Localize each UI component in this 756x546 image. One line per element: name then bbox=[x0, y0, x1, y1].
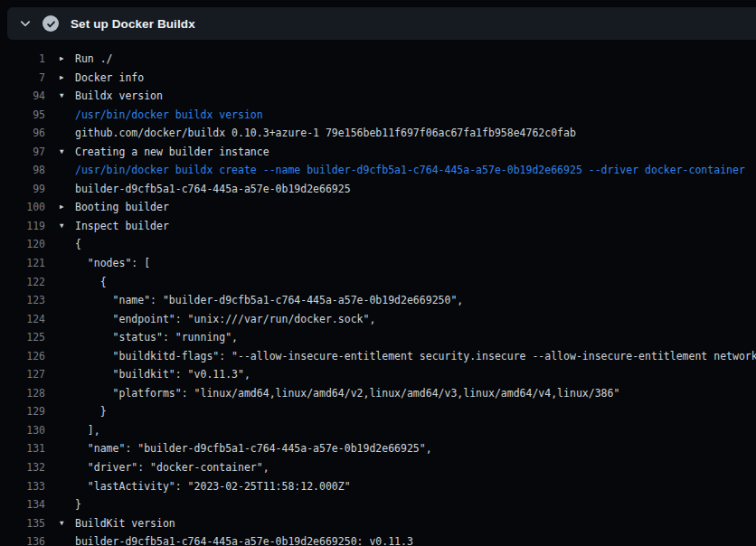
log-line-text: ], bbox=[75, 421, 756, 440]
collapse-step-button[interactable] bbox=[14, 13, 36, 34]
group-toggle-icon bbox=[60, 235, 75, 254]
log-line-number[interactable]: 99 bbox=[0, 180, 45, 199]
group-toggle-icon bbox=[60, 532, 75, 546]
log-line-text: builder-d9cfb5a1-c764-445a-a57e-0b19d2e6… bbox=[75, 532, 756, 546]
group-toggle-icon bbox=[60, 273, 75, 292]
step-header[interactable]: Set up Docker Buildx bbox=[7, 7, 756, 40]
group-toggle-icon bbox=[60, 384, 75, 403]
log-line-number[interactable]: 7 bbox=[0, 69, 45, 88]
log-line[interactable]: 135 ▼ BuildKit version bbox=[0, 514, 756, 533]
log-line-number[interactable]: 133 bbox=[0, 477, 45, 496]
log-line-number[interactable]: 121 bbox=[0, 254, 45, 273]
log-line-number[interactable]: 96 bbox=[0, 124, 45, 143]
log-line[interactable]: 7 ▶ Docker info bbox=[0, 69, 756, 88]
log-line: 130 ], bbox=[0, 421, 756, 440]
log-line-number[interactable]: 119 bbox=[0, 217, 45, 236]
log-line-text: "lastActivity": "2023-02-25T11:58:12.000… bbox=[75, 477, 756, 496]
log-line-number[interactable]: 125 bbox=[0, 328, 45, 347]
group-collapsed-icon[interactable]: ▶ bbox=[60, 69, 75, 88]
group-toggle-icon bbox=[60, 310, 75, 329]
group-expanded-icon[interactable]: ▼ bbox=[60, 87, 75, 106]
log-line-number[interactable]: 122 bbox=[0, 273, 45, 292]
log-line: 99 builder-d9cfb5a1-c764-445a-a57e-0b19d… bbox=[0, 180, 756, 199]
group-toggle-icon bbox=[60, 328, 75, 347]
log-line-number[interactable]: 124 bbox=[0, 310, 45, 329]
log-line-number[interactable]: 94 bbox=[0, 87, 45, 106]
log-line-number[interactable]: 128 bbox=[0, 384, 45, 403]
log-line: 125 "status": "running", bbox=[0, 328, 756, 347]
log-line-text: builder-d9cfb5a1-c764-445a-a57e-0b19d2e6… bbox=[75, 180, 756, 199]
log-line-text[interactable]: BuildKit version bbox=[75, 514, 756, 533]
log-line-number[interactable]: 134 bbox=[0, 495, 45, 514]
log-line-number[interactable]: 97 bbox=[0, 143, 45, 162]
log-line: 96 github.com/docker/buildx 0.10.3+azure… bbox=[0, 124, 756, 143]
group-expanded-icon[interactable]: ▼ bbox=[60, 217, 75, 236]
log-line-text[interactable]: Docker info bbox=[75, 69, 756, 88]
log-line-number[interactable]: 135 bbox=[0, 514, 45, 533]
log-line[interactable]: 1 ▶ Run ./ bbox=[0, 50, 756, 69]
log-line-number[interactable]: 98 bbox=[0, 161, 45, 180]
group-toggle-icon bbox=[60, 254, 75, 273]
log-line-text: "buildkitd-flags": "--allow-insecure-ent… bbox=[75, 347, 756, 366]
group-collapsed-icon[interactable]: ▶ bbox=[60, 50, 75, 69]
log-line: 132 "driver": "docker-container", bbox=[0, 458, 756, 477]
log-line: 126 "buildkitd-flags": "--allow-insecure… bbox=[0, 347, 756, 366]
log-line-text: "driver": "docker-container", bbox=[75, 458, 756, 477]
log-line-number[interactable]: 95 bbox=[0, 106, 45, 125]
log-line-text: /usr/bin/docker buildx create --name bui… bbox=[75, 161, 756, 180]
group-toggle-icon bbox=[60, 291, 75, 310]
log-line[interactable]: 94 ▼ Buildx version bbox=[0, 87, 756, 106]
log-line-text: /usr/bin/docker buildx version bbox=[75, 106, 756, 125]
group-collapsed-icon[interactable]: ▶ bbox=[60, 198, 75, 217]
log-line: 95 /usr/bin/docker buildx version bbox=[0, 106, 756, 125]
log-line: 98 /usr/bin/docker buildx create --name … bbox=[0, 161, 756, 180]
group-toggle-icon bbox=[60, 106, 75, 125]
log-line-text: "name": "builder-d9cfb5a1-c764-445a-a57e… bbox=[75, 439, 756, 458]
log-line-number[interactable]: 132 bbox=[0, 458, 45, 477]
group-toggle-icon bbox=[60, 477, 75, 496]
group-toggle-icon bbox=[60, 365, 75, 384]
step-title: Set up Docker Buildx bbox=[71, 17, 195, 31]
group-toggle-icon bbox=[60, 124, 75, 143]
log-line-text: github.com/docker/buildx 0.10.3+azure-1 … bbox=[75, 124, 756, 143]
group-toggle-icon bbox=[60, 458, 75, 477]
log-line-text[interactable]: Inspect builder bbox=[75, 217, 756, 236]
log-line: 121 "nodes": [ bbox=[0, 254, 756, 273]
log-line[interactable]: 119 ▼ Inspect builder bbox=[0, 217, 756, 236]
log-line[interactable]: 97 ▼ Creating a new builder instance bbox=[0, 143, 756, 162]
log-line: 124 "endpoint": "unix:///var/run/docker.… bbox=[0, 310, 756, 329]
log-line-number[interactable]: 129 bbox=[0, 402, 45, 421]
log-line-text[interactable]: Booting builder bbox=[75, 198, 756, 217]
log-line-text: { bbox=[75, 235, 756, 254]
log-line-text: "buildkit": "v0.11.3", bbox=[75, 365, 756, 384]
group-toggle-icon bbox=[60, 439, 75, 458]
group-expanded-icon[interactable]: ▼ bbox=[60, 143, 75, 162]
log-line-number[interactable]: 1 bbox=[0, 50, 45, 69]
log-line: 129 } bbox=[0, 402, 756, 421]
log-line-text: "endpoint": "unix:///var/run/docker.sock… bbox=[75, 310, 756, 329]
log-line: 131 "name": "builder-d9cfb5a1-c764-445a-… bbox=[0, 439, 756, 458]
log-line-number[interactable]: 120 bbox=[0, 235, 45, 254]
log-line-number[interactable]: 136 bbox=[0, 532, 45, 546]
log-line-number[interactable]: 127 bbox=[0, 365, 45, 384]
log-line-number[interactable]: 126 bbox=[0, 347, 45, 366]
group-toggle-icon bbox=[60, 180, 75, 199]
log-line-number[interactable]: 131 bbox=[0, 439, 45, 458]
group-toggle-icon bbox=[60, 421, 75, 440]
log-line: 127 "buildkit": "v0.11.3", bbox=[0, 365, 756, 384]
log-line-number[interactable]: 100 bbox=[0, 198, 45, 217]
log-line-text[interactable]: Buildx version bbox=[75, 87, 756, 106]
log-line-text[interactable]: Creating a new builder instance bbox=[75, 143, 756, 162]
group-toggle-icon bbox=[60, 347, 75, 366]
log-line-number[interactable]: 130 bbox=[0, 421, 45, 440]
log-line[interactable]: 100 ▶ Booting builder bbox=[0, 198, 756, 217]
log-line-text[interactable]: Run ./ bbox=[75, 50, 756, 69]
chevron-down-icon bbox=[19, 17, 32, 30]
group-toggle-icon bbox=[60, 402, 75, 421]
log-line-text: } bbox=[75, 402, 756, 421]
log-line-number[interactable]: 123 bbox=[0, 291, 45, 310]
group-toggle-icon bbox=[60, 161, 75, 180]
log-line-text: "platforms": "linux/amd64,linux/amd64/v2… bbox=[75, 384, 756, 403]
log-line-text: "status": "running", bbox=[75, 328, 756, 347]
group-expanded-icon[interactable]: ▼ bbox=[60, 514, 75, 533]
